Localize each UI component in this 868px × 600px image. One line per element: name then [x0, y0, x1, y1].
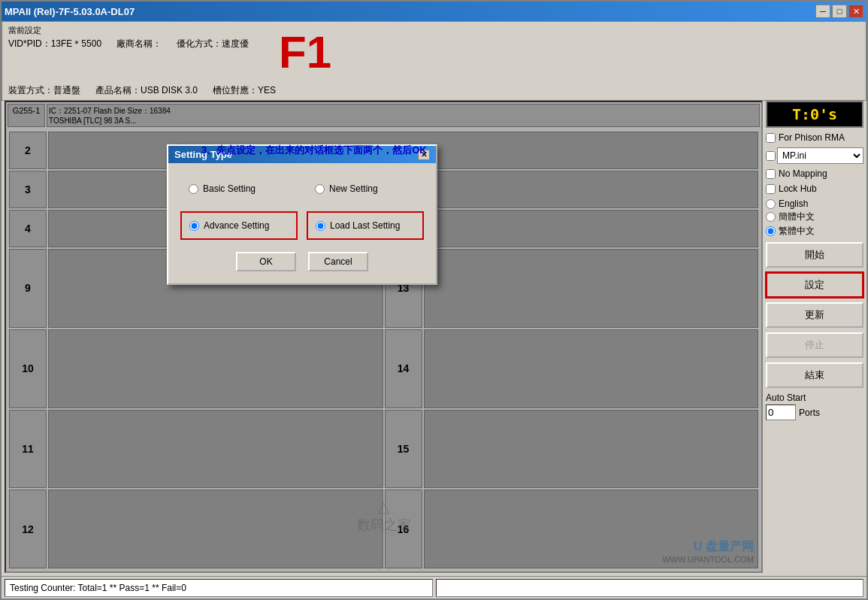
for-phison-checkbox[interactable]: [766, 133, 776, 143]
title-bar-controls: ─ □ ✕: [815, 5, 863, 18]
setting-type-dialog: Setting Type ✕ Basic Setting New Setting: [167, 144, 437, 285]
title-bar: MPAll (Rel)-7F-5.03.0A-DL07 ─ □ ✕: [2, 2, 866, 21]
lang-english-label: English: [779, 198, 808, 209]
optimization: 優化方式：速度優: [177, 38, 249, 83]
logo: U 盘量产网 WWW.UPANTOOL.COM: [662, 539, 754, 564]
lang-simplified-radio[interactable]: [766, 212, 776, 222]
option-load-last: Load Last Setting: [307, 211, 424, 240]
lang-simplified-label: 簡體中文: [779, 211, 815, 223]
slot-mapping: 槽位對應：YES: [213, 84, 276, 97]
slot-label-2: 2: [9, 132, 47, 169]
option-advance: Advance Setting: [180, 211, 298, 240]
slot-label-10: 10: [9, 329, 47, 408]
slot-content-10: [48, 329, 383, 408]
slot-label-3: 3: [9, 171, 47, 208]
mp-ini-checkbox[interactable]: [766, 151, 776, 161]
maximize-button[interactable]: □: [832, 5, 847, 18]
basic-setting-radio[interactable]: [189, 184, 198, 194]
for-phison-label: For Phison RMA: [779, 132, 845, 143]
minimize-button[interactable]: ─: [815, 5, 830, 18]
slot-label-11: 11: [9, 410, 47, 489]
language-section: English 簡體中文 繁體中文: [766, 198, 863, 238]
exit-button[interactable]: 結束: [766, 362, 863, 388]
advance-setting-label: Advance Setting: [204, 220, 269, 231]
f1-label: F1: [279, 30, 331, 75]
vendor: 廠商名稱：: [116, 38, 162, 83]
slot-content-11: [48, 410, 383, 489]
slot-content-15: [424, 410, 759, 489]
lang-simplified-row: 簡體中文: [766, 211, 863, 223]
lang-traditional-radio[interactable]: [766, 226, 776, 236]
lang-traditional-row: 繁體中文: [766, 225, 863, 238]
lock-hub-checkbox[interactable]: [766, 184, 776, 194]
slot-label-9: 9: [9, 249, 47, 328]
close-button[interactable]: ✕: [848, 5, 863, 18]
setting-button[interactable]: 設定: [766, 272, 863, 298]
ports-input[interactable]: [766, 405, 796, 420]
dialog-body: Basic Setting New Setting Advance Settin…: [168, 163, 436, 283]
no-mapping-checkbox[interactable]: [766, 169, 776, 179]
mp-ini-dropdown[interactable]: MP.ini: [777, 147, 863, 164]
load-last-setting-radio[interactable]: [316, 221, 325, 231]
stop-button[interactable]: 停止: [766, 332, 863, 358]
no-mapping-label: No Mapping: [779, 168, 827, 179]
option-new: New Setting: [307, 175, 424, 202]
product-name: 產品名稱：USB DISK 3.0: [95, 84, 198, 97]
status-left: Testing Counter: Total=1 ** Pass=1 ** Fa…: [5, 579, 433, 597]
slot-content-13: [424, 249, 759, 328]
device-type: 裝置方式：普通盤: [8, 84, 80, 97]
status-bar: Testing Counter: Total=1 ** Pass=1 ** Fa…: [2, 576, 866, 598]
lang-traditional-label: 繁體中文: [779, 225, 815, 238]
ports-label: Ports: [799, 408, 820, 418]
ic-info: IC：2251-07 Flash Die Size：16384 TOSHIBA …: [47, 104, 760, 127]
main-window: MPAll (Rel)-7F-5.03.0A-DL07 ─ □ ✕ 當前設定 V…: [0, 0, 868, 600]
vid-pid: VID*PID：13FE＊5500: [8, 38, 101, 83]
basic-setting-label: Basic Setting: [203, 183, 256, 194]
for-phison-row: For Phison RMA: [766, 132, 863, 143]
window-title: MPAll (Rel)-7F-5.03.0A-DL07: [5, 6, 135, 17]
lang-english-row: English: [766, 198, 863, 209]
slot-label-14: 14: [385, 329, 422, 408]
auto-start-section: Auto Start Ports: [766, 392, 863, 420]
dialog-cancel-button[interactable]: Cancel: [308, 252, 368, 271]
slot-label-15: 15: [385, 410, 422, 489]
update-button[interactable]: 更新: [766, 302, 863, 328]
lang-english-radio[interactable]: [766, 199, 776, 209]
dialog-buttons: OK Cancel: [180, 252, 424, 271]
slot-label-4: 4: [9, 210, 47, 247]
instruction-text: 3、先点设定，在出来的对话框选下面两个，然后OK: [201, 144, 754, 157]
new-setting-label: New Setting: [329, 183, 378, 194]
load-last-setting-label: Load Last Setting: [330, 220, 400, 231]
no-mapping-row: No Mapping: [766, 168, 863, 179]
slot-content-14: [424, 329, 759, 408]
settings-info-panel: 當前設定 VID*PID：13FE＊5500 廠商名稱： 優化方式：速度優 F1…: [2, 21, 866, 101]
start-button[interactable]: 開始: [766, 242, 863, 268]
status-right: [436, 579, 864, 597]
right-panel: T:0's For Phison RMA MP.ini No Mapping: [766, 101, 863, 573]
slot-content-12: [48, 489, 383, 568]
auto-start-label: Auto Start: [766, 392, 863, 403]
mp-ini-row: MP.ini: [766, 147, 863, 164]
watermark: △ 数码之家: [357, 498, 411, 534]
new-setting-radio[interactable]: [315, 184, 325, 194]
lock-hub-row: Lock Hub: [766, 183, 863, 194]
g255-label: G255-1: [8, 104, 45, 127]
advance-setting-radio[interactable]: [189, 221, 199, 231]
dialog-ok-button[interactable]: OK: [236, 252, 296, 271]
settings-title: 當前設定: [8, 25, 860, 36]
dialog-options: Basic Setting New Setting Advance Settin…: [180, 175, 424, 240]
option-basic: Basic Setting: [180, 175, 298, 202]
slot-label-12: 12: [9, 489, 47, 568]
timer-display: T:0's: [766, 101, 863, 128]
lock-hub-label: Lock Hub: [779, 183, 817, 194]
